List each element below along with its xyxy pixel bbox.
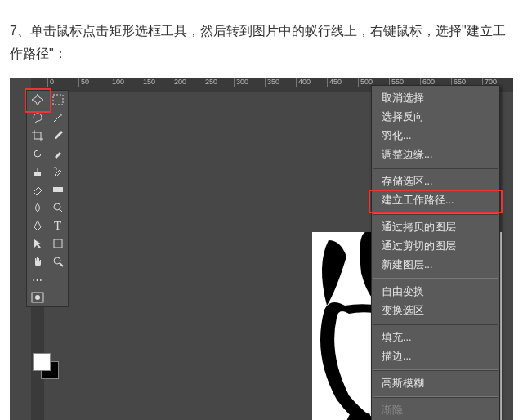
- context-menu-item[interactable]: 自由变换: [372, 283, 499, 302]
- pen-tool[interactable]: [27, 217, 47, 235]
- brush-tool[interactable]: [47, 145, 68, 163]
- context-menu-item[interactable]: 羽化...: [372, 127, 499, 145]
- ruler-tick: 250: [203, 78, 217, 87]
- context-menu-separator: [373, 324, 498, 325]
- photoshop-screenshot: 0501001502002503003504004505005506006507…: [10, 78, 513, 420]
- crop-tool[interactable]: [27, 127, 47, 145]
- tools-panel: T ⋯: [26, 90, 69, 307]
- context-menu-item: 渐隐: [372, 401, 499, 420]
- healing-brush-tool[interactable]: [27, 145, 47, 163]
- lasso-tool[interactable]: [27, 109, 47, 127]
- context-menu-item[interactable]: 取消选择: [372, 89, 499, 108]
- magic-wand-tool[interactable]: [47, 109, 68, 127]
- shape-tool[interactable]: [47, 235, 68, 252]
- ruler-tick: 150: [141, 78, 155, 87]
- context-menu-item[interactable]: 高斯模糊: [372, 374, 499, 393]
- quick-mask-toggle[interactable]: [27, 288, 47, 306]
- ruler-tick: 200: [172, 78, 186, 87]
- zoom-tool[interactable]: [47, 252, 68, 270]
- context-menu-item[interactable]: 存储选区...: [372, 172, 499, 191]
- history-brush-tool[interactable]: [47, 163, 68, 181]
- svg-point-3: [54, 203, 60, 210]
- context-menu-item[interactable]: 通过剪切的图层: [372, 237, 499, 256]
- color-swatches[interactable]: [33, 353, 59, 379]
- dodge-tool[interactable]: [47, 199, 68, 217]
- step-instruction: 7、单击鼠标点击矩形选框工具，然后转到图片中的蚁行线上，右键鼠标，选择"建立工作…: [10, 20, 513, 65]
- context-menu-item[interactable]: 新建图层...: [372, 256, 499, 275]
- context-menu-item[interactable]: 描边...: [372, 347, 499, 366]
- context-menu-separator: [373, 168, 498, 169]
- eraser-tool[interactable]: [27, 181, 47, 199]
- context-menu: 取消选择选择反向羽化...调整边缘...存储选区...建立工作路径...通过拷贝…: [371, 85, 500, 420]
- hand-tool[interactable]: [27, 252, 47, 270]
- svg-rect-0: [53, 95, 63, 105]
- ruler-tick: 100: [110, 78, 124, 87]
- foreground-color-swatch[interactable]: [33, 353, 51, 371]
- svg-point-5: [54, 257, 60, 264]
- ruler-tick: 300: [234, 78, 248, 87]
- gradient-tool[interactable]: [47, 181, 68, 199]
- context-menu-item[interactable]: 调整边缘...: [372, 145, 499, 164]
- svg-point-7: [35, 295, 40, 300]
- ruler-tick: 0: [47, 78, 54, 87]
- ruler-tick: 450: [327, 78, 342, 87]
- blur-tool[interactable]: [27, 199, 47, 217]
- svg-rect-4: [54, 239, 62, 248]
- context-menu-item[interactable]: 选择反向: [372, 108, 499, 127]
- context-menu-item[interactable]: 填充...: [372, 328, 499, 347]
- type-tool[interactable]: T: [47, 217, 68, 235]
- ruler-tick: 50: [78, 78, 89, 87]
- context-menu-item[interactable]: 建立工作路径...: [372, 191, 499, 210]
- context-menu-separator: [373, 369, 498, 371]
- ruler-tick: 350: [265, 78, 279, 87]
- ruler-tick: 400: [296, 78, 311, 87]
- path-selection-tool[interactable]: [27, 235, 47, 252]
- clone-stamp-tool[interactable]: [27, 163, 47, 181]
- svg-rect-2: [53, 187, 63, 192]
- context-menu-separator: [373, 213, 498, 215]
- context-menu-item[interactable]: 变换选区: [372, 302, 499, 320]
- context-menu-separator: [373, 396, 498, 398]
- move-tool[interactable]: [27, 91, 47, 109]
- context-menu-item[interactable]: 通过拷贝的图层: [372, 218, 499, 237]
- edit-toolbar[interactable]: ⋯: [27, 270, 47, 288]
- svg-rect-1: [34, 172, 41, 176]
- rectangular-marquee-tool[interactable]: [47, 91, 68, 109]
- eyedropper-tool[interactable]: [47, 127, 68, 145]
- context-menu-separator: [373, 278, 498, 279]
